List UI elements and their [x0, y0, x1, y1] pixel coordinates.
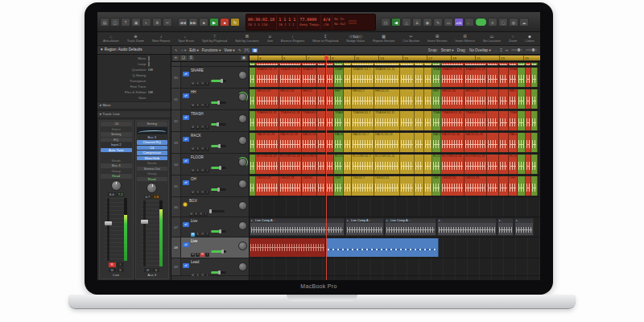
region-yellow[interactable]: [400, 176, 415, 196]
catch-icon[interactable]: ▦: [252, 48, 257, 52]
track-i-button[interactable]: I: [205, 104, 209, 108]
region-red[interactable]: [326, 89, 334, 109]
region-red[interactable]: RACK#01.29: [256, 133, 279, 152]
region-yellow[interactable]: SNARE#01.11: [374, 68, 400, 87]
strip-slot-setting[interactable]: Setting: [137, 122, 168, 126]
region-red[interactable]: HH#01: [302, 89, 317, 109]
play-button[interactable]: ▶: [209, 18, 219, 27]
track-m-button[interactable]: M: [191, 126, 195, 130]
take-comp-icon[interactable]: ˬ: [349, 219, 350, 223]
region-green[interactable]: [518, 89, 526, 109]
region-red[interactable]: RACK#01: [302, 133, 317, 152]
region-yellow[interactable]: [415, 68, 424, 87]
arrange-lane-snare[interactable]: SNARE#01.29SNARE#01.28SNARE#01SNARE#SNAR…: [250, 67, 540, 89]
region-yellow[interactable]: [415, 89, 424, 109]
region-param-row[interactable]: Flex & Follow:Off: [99, 89, 169, 95]
list-editors-icon[interactable]: ≡: [488, 18, 497, 27]
track-pan-knob[interactable]: [238, 221, 247, 230]
region-yellow[interactable]: [400, 63, 415, 65]
region-red[interactable]: [326, 176, 334, 196]
region-red[interactable]: [302, 63, 317, 65]
cycle-region[interactable]: [250, 56, 540, 60]
region-red[interactable]: [526, 176, 531, 196]
take-region[interactable]: ▸ˬ: [497, 218, 514, 236]
track-pan-knob[interactable]: [238, 158, 247, 167]
eq-curve-thumbnail[interactable]: [137, 127, 168, 134]
track-pan-knob[interactable]: [238, 114, 247, 123]
region-red[interactable]: [317, 89, 326, 109]
region-green[interactable]: TRASH#: [334, 111, 344, 130]
region-yellow[interactable]: HH#01.7: [352, 89, 374, 109]
take-region[interactable]: ▸ˬLive Comp A○: [250, 218, 345, 236]
region-yellow[interactable]: [415, 133, 424, 152]
region-yellow[interactable]: [400, 111, 415, 130]
toolbar-item-insert-section[interactable]: ⊞Insert Section: [427, 35, 447, 43]
region-red[interactable]: [317, 155, 326, 174]
region-red[interactable]: [526, 133, 531, 152]
slider-thumb[interactable]: [219, 229, 221, 233]
region-green[interactable]: [250, 176, 256, 196]
cycle-pill-icon[interactable]: [475, 18, 487, 27]
region-yellow[interactable]: [424, 68, 432, 87]
autozoom-icon[interactable]: Σ: [500, 48, 502, 52]
region-green[interactable]: [531, 133, 538, 152]
volume-fader[interactable]: [105, 198, 128, 262]
take-loop-icon[interactable]: ○: [409, 219, 411, 223]
region-red[interactable]: TRASH#01.29: [256, 111, 279, 130]
toolbar-item-split-by-locators[interactable]: ⊠Split by Locators: [235, 35, 259, 43]
slider-thumb[interactable]: [221, 79, 223, 83]
track-header-live[interactable]: 48⇄LiveMSRI: [171, 237, 250, 258]
strip-slot-setting[interactable]: Setting: [101, 132, 132, 137]
track-s-button[interactable]: S: [196, 191, 200, 195]
track-r-button[interactable]: R: [200, 126, 204, 130]
lcd-display[interactable]: 00:30:02.18 10 3 3 110 1 1 1 1 26 1 1 1 …: [246, 14, 376, 31]
capture-recording-icon[interactable]: ◉: [423, 18, 432, 27]
region-green[interactable]: [432, 63, 441, 65]
track-header-bgv[interactable]: 36BGVMSRI: [171, 197, 250, 217]
region-green[interactable]: FLOOR#: [432, 155, 441, 174]
track-pan-knob[interactable]: [238, 71, 247, 80]
region-red[interactable]: [487, 133, 499, 152]
strip-slot-group[interactable]: Group: [101, 169, 132, 174]
slider-thumb[interactable]: [218, 144, 221, 148]
region-red[interactable]: OH#01.29: [464, 176, 487, 196]
strip-slot-sends[interactable]: Sends: [137, 161, 168, 166]
track-r-button[interactable]: R: [200, 253, 204, 257]
take-loop-icon[interactable]: ○: [274, 219, 275, 223]
region-red[interactable]: [487, 176, 499, 196]
region-yellow[interactable]: [424, 89, 432, 109]
track-m-button[interactable]: M: [191, 82, 195, 86]
track-s-button[interactable]: S: [196, 82, 200, 86]
track-i-button[interactable]: I: [204, 213, 208, 217]
track-s-button[interactable]: S: [196, 104, 200, 108]
take-expand-icon[interactable]: ▸: [439, 219, 440, 223]
track-i-button[interactable]: I: [205, 147, 209, 151]
add-track-button[interactable]: +: [173, 56, 179, 60]
region-red[interactable]: TRASH#: [509, 111, 518, 130]
take-comp-icon[interactable]: ˬ: [254, 219, 254, 223]
region-red[interactable]: OH#01: [302, 176, 317, 196]
track-r-button[interactable]: R: [200, 169, 204, 173]
playhead[interactable]: [326, 55, 327, 280]
view-menu[interactable]: View ▾: [224, 48, 234, 52]
region-green[interactable]: TRASH#: [432, 111, 441, 130]
region-yellow[interactable]: [424, 111, 432, 130]
toolbar-item-track-zoom[interactable]: ⊕Track Zoom: [127, 35, 144, 43]
toolbar-item-zoom[interactable]: ○Zoom: [509, 35, 517, 43]
auto-input-icon[interactable]: ⇊: [412, 18, 422, 27]
arrange-lane-rack[interactable]: RACK#01.29RACK#01.28RACK#01RACK#RACK#01.…: [250, 132, 540, 154]
track-volume-slider[interactable]: [211, 145, 226, 147]
take-region[interactable]: ▸ˬLive Comp A○: [345, 218, 384, 236]
region-red[interactable]: SNARE#01.30: [441, 68, 464, 87]
stop-button[interactable]: ■: [199, 18, 208, 27]
region-yellow[interactable]: [344, 63, 352, 65]
region-red[interactable]: RACK#01.29: [464, 133, 487, 152]
toolbar-item-join[interactable]: ∪Join: [267, 35, 273, 43]
track-header-oh[interactable]: 35⇄OHMSRI: [171, 175, 250, 197]
region-red[interactable]: [326, 68, 334, 87]
region-red[interactable]: [499, 176, 509, 196]
take-region[interactable]: ▸ˬLive Comp A○: [385, 218, 436, 236]
region-green[interactable]: [531, 176, 538, 196]
region-red[interactable]: [487, 63, 499, 65]
track-volume-slider[interactable]: [211, 167, 226, 169]
